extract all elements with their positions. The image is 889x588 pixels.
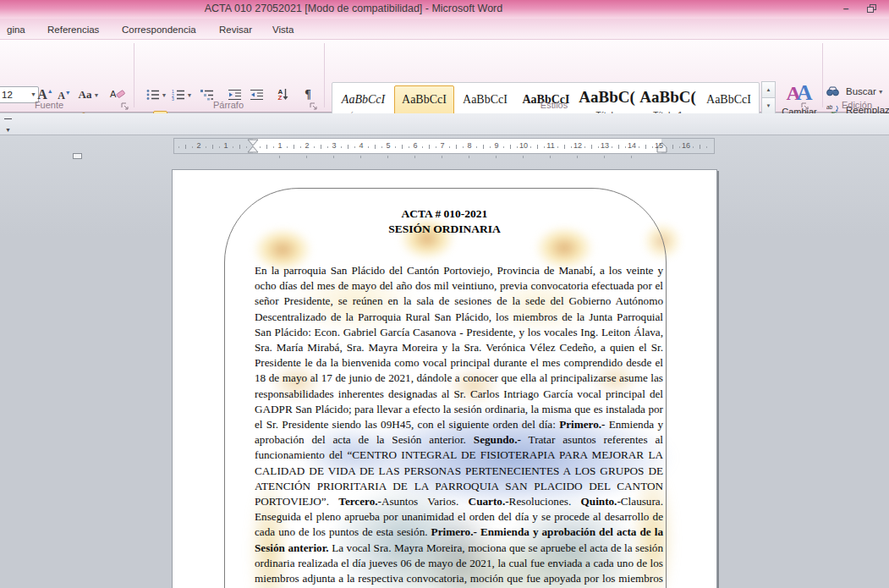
indent-marker-icon[interactable] [247,139,259,154]
ruler-dot [679,146,680,148]
buscar-label: Buscar [846,86,876,96]
ruler-dot [584,146,585,148]
ribbon-tab-correspondencia[interactable]: Correspondencia [117,22,201,39]
bold-text-run: Tercero.- [338,495,381,508]
ruler-tick [700,145,700,149]
styles-scroll-up-button[interactable]: ▲ [761,81,776,98]
ruler-dot [219,146,220,148]
ruler-tick [294,145,294,149]
style-sample: AaBbCcI [334,93,392,107]
ruler-dot [246,146,247,148]
tab-stop-tick [469,156,469,158]
font-dialog-launcher[interactable] [121,99,131,109]
bullets-button[interactable]: ▼ [145,85,168,104]
ribbon-tab-row: ginaReferenciasCorrespondenciaRevisarVis… [0,19,889,40]
bold-text-run: Cuarto.- [469,495,509,508]
ruler-tick [537,145,538,149]
document-body-text[interactable]: En la parroquia San Plácido del Cantón P… [255,263,663,588]
ruler-number: 7 [440,141,444,150]
horizontal-ruler[interactable]: 2112345678910111213141516 [173,138,715,154]
ruler-dot [530,146,531,148]
font-size-value: 12 [2,90,13,100]
decrease-indent-icon [228,89,242,101]
restore-button[interactable] [860,2,882,16]
ruler-dot [341,146,342,148]
ruler-dot [625,146,626,148]
ruler-number: 3 [332,141,336,150]
buscar-button[interactable]: Buscar▼ [826,83,884,100]
ruler-dot [503,146,504,148]
ruler-number: 16 [682,141,690,150]
ruler-dot [490,146,491,148]
ruler-number: 2 [196,141,200,150]
expand-toolbar-icon[interactable]: ▼ [3,118,13,135]
tab-stop-tick [333,156,334,158]
ruler-dot [598,146,599,148]
ruler-dot [706,146,707,148]
paragraph-dialog-launcher[interactable] [310,99,320,109]
ruler-dot [381,146,382,148]
ruler-tick [402,145,403,149]
tab-stop-tick [279,156,280,158]
ruler-dot [273,146,274,148]
document-area: 2112345678910111213141516 ACTA # 010-202… [0,135,889,588]
ribbon-tab-revisar[interactable]: Revisar [214,22,257,39]
ruler-dot [612,146,612,148]
ribbon-tab-referencias[interactable]: Referencias [42,22,104,39]
ruler-dot [260,146,261,148]
tab-stop-tick [631,156,632,158]
hanging-indent-square[interactable] [73,153,82,159]
ruler-tick [429,145,430,149]
ruler-tick [672,145,673,149]
title-bar: ACTA 010 27052021 [Modo de compatibilida… [0,0,889,19]
ribbon-tab-vista[interactable]: Vista [267,22,299,39]
ruler-dot [693,146,694,148]
styles-group-label: Estilos [503,100,605,110]
ruler-dot [652,146,653,148]
ruler-dot [354,146,355,148]
ruler-dot [368,146,369,148]
ruler-tick [321,145,321,149]
bullets-icon [146,89,160,101]
ruler-tick [212,145,213,149]
arrow-down-icon [283,89,288,101]
ruler-tick [645,145,646,149]
ruler-dot [233,146,233,148]
bold-text-run: Segundo.- [474,433,521,446]
tab-stop-tick [577,156,578,158]
ruler-dot [517,146,518,148]
document-title-line1[interactable]: ACTA # 010-2021 [173,207,716,221]
ruler-dot [544,146,545,148]
document-page[interactable]: ACTA # 010-2021 SESIÓN ORDINARIA En la p… [172,169,717,588]
styles-dialog-launcher[interactable] [801,99,811,109]
styles-scroll-down-button[interactable]: ▼ [761,97,776,114]
window-title: ACTA 010 27052021 [Modo de compatibilida… [0,3,707,14]
ruler-tick [591,145,592,149]
ruler-number: 10 [519,141,528,150]
ruler-dot [639,146,639,148]
tab-stop-tick [496,156,497,158]
ruler-number: 1 [223,141,228,150]
ruler-dot [666,146,667,148]
ruler-dot [476,146,477,148]
ruler-dot [192,146,193,148]
tab-stop-tick [414,156,415,158]
ruler-dot [463,146,464,148]
ruler-dot [409,146,409,148]
ruler-number: 1 [277,141,282,150]
document-title-line2[interactable]: SESIÓN ORDINARIA [173,223,716,236]
ruler-dot [571,146,572,148]
ruler-number: 15 [655,141,663,150]
tab-stop-tick [550,156,551,158]
minimize-button[interactable]: – [835,2,857,16]
ruler-number: 13 [601,141,609,150]
ruler-number: 11 [546,141,554,150]
ruler-dot [287,146,288,148]
text-run: En la parroquia San Plácido del Cantón P… [255,264,663,431]
ruler-tick [483,145,484,149]
ruler-dot [206,146,206,148]
binoculars-icon [826,85,842,98]
ruler-tick [266,145,267,149]
ribbon-tab-gina[interactable]: gina [2,22,30,39]
style-sample: AaBbC( [639,91,697,104]
